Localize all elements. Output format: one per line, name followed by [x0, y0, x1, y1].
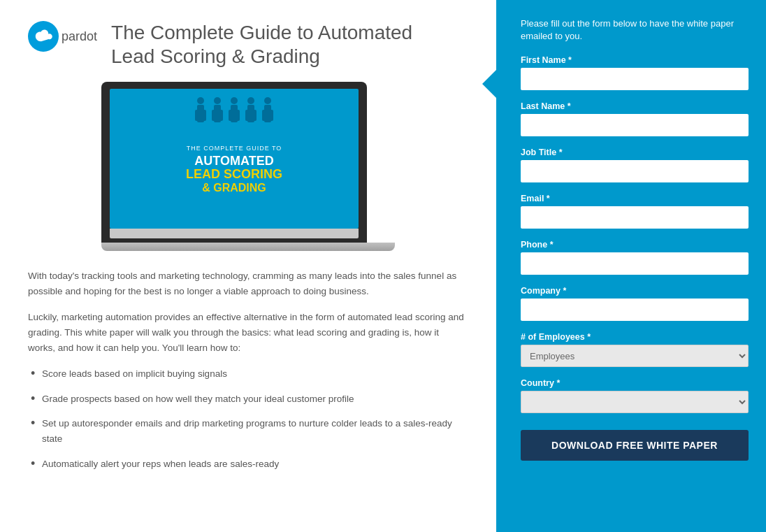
- header: pardot The Complete Guide to Automated L…: [28, 21, 468, 68]
- svg-rect-6: [212, 110, 215, 121]
- page-title: The Complete Guide to Automated Lead Sco…: [111, 21, 412, 68]
- lead-form: First Name * Last Name * Job Title * Ema…: [521, 55, 749, 461]
- svg-rect-3: [203, 110, 206, 121]
- left-panel: pardot The Complete Guide to Automated L…: [0, 0, 496, 532]
- company-input[interactable]: [521, 299, 749, 321]
- phone-group: Phone *: [521, 240, 749, 283]
- company-label: Company *: [521, 286, 749, 296]
- svg-rect-11: [236, 110, 240, 121]
- list-item: Automatically alert your reps when leads…: [28, 456, 468, 472]
- screen-title3: & GRADING: [186, 182, 282, 194]
- last-name-group: Last Name *: [521, 101, 749, 145]
- laptop-image: THE COMPLETE GUIDE TO AUTOMATED LEAD SCO…: [101, 82, 395, 251]
- laptop-image-wrapper: THE COMPLETE GUIDE TO AUTOMATED LEAD SCO…: [28, 82, 468, 251]
- list-item: Grade prospects based on how well they m…: [28, 391, 468, 407]
- laptop-base: [101, 243, 395, 251]
- laptop-screen-outer: THE COMPLETE GUIDE TO AUTOMATED LEAD SCO…: [101, 82, 367, 243]
- bullet-list: Score leads based on implicit buying sig…: [28, 366, 468, 471]
- svg-point-12: [247, 97, 254, 104]
- phone-input[interactable]: [521, 252, 749, 275]
- svg-rect-19: [270, 110, 273, 121]
- svg-point-0: [197, 97, 204, 104]
- salesforce-logo: [28, 21, 59, 52]
- employees-group: # of Employees * Employees 1-10 11-50 51…: [521, 332, 749, 375]
- svg-rect-2: [195, 110, 198, 121]
- first-name-group: First Name *: [521, 55, 749, 99]
- svg-rect-15: [253, 110, 256, 121]
- laptop-screen-inner: THE COMPLETE GUIDE TO AUTOMATED LEAD SCO…: [110, 89, 359, 229]
- laptop-bottom-bezel: [110, 229, 359, 238]
- country-label: Country *: [521, 378, 749, 388]
- svg-point-8: [231, 97, 238, 104]
- employees-label: # of Employees *: [521, 332, 749, 342]
- list-item: Set up autoresponder emails and drip mar…: [28, 416, 468, 446]
- body-paragraph-1: With today's tracking tools and marketin…: [28, 268, 468, 299]
- svg-rect-18: [262, 110, 266, 121]
- screen-content: THE COMPLETE GUIDE TO AUTOMATED LEAD SCO…: [179, 138, 289, 201]
- svg-point-16: [264, 97, 271, 104]
- screen-title2: LEAD SCORING: [186, 168, 282, 182]
- first-name-label: First Name *: [521, 55, 749, 65]
- screen-subtitle: THE COMPLETE GUIDE TO: [186, 145, 282, 152]
- salesforce-cloud-icon: [32, 29, 55, 44]
- country-group: Country * United States United Kingdom C…: [521, 378, 749, 422]
- svg-point-4: [214, 97, 221, 104]
- email-label: Email *: [521, 194, 749, 203]
- company-group: Company *: [521, 286, 749, 329]
- body-paragraph-2: Luckily, marketing automation provides a…: [28, 310, 468, 355]
- job-title-input[interactable]: [521, 160, 749, 182]
- last-name-input[interactable]: [521, 114, 749, 136]
- right-panel: Please fill out the form below to have t…: [496, 0, 766, 532]
- country-select[interactable]: United States United Kingdom Canada Aust…: [521, 391, 749, 413]
- employees-select[interactable]: Employees 1-10 11-50 51-200 201-500 501-…: [521, 345, 749, 367]
- logo-container: pardot: [28, 21, 97, 52]
- first-name-input[interactable]: [521, 68, 749, 90]
- svg-rect-7: [219, 110, 223, 121]
- email-group: Email *: [521, 194, 749, 237]
- job-title-group: Job Title *: [521, 148, 749, 191]
- screen-title1: AUTOMATED: [186, 154, 282, 168]
- svg-rect-10: [229, 110, 232, 121]
- list-item: Score leads based on implicit buying sig…: [28, 366, 468, 382]
- pardot-brand-text: pardot: [62, 29, 97, 44]
- svg-rect-14: [245, 110, 249, 121]
- form-intro-text: Please fill out the form below to have t…: [521, 17, 749, 43]
- job-title-label: Job Title *: [521, 148, 749, 157]
- silhouettes: [194, 94, 274, 129]
- phone-label: Phone *: [521, 240, 749, 250]
- email-input[interactable]: [521, 206, 749, 229]
- download-button[interactable]: DOWNLOAD FREE WHITE PAPER: [521, 430, 749, 461]
- last-name-label: Last Name *: [521, 101, 749, 111]
